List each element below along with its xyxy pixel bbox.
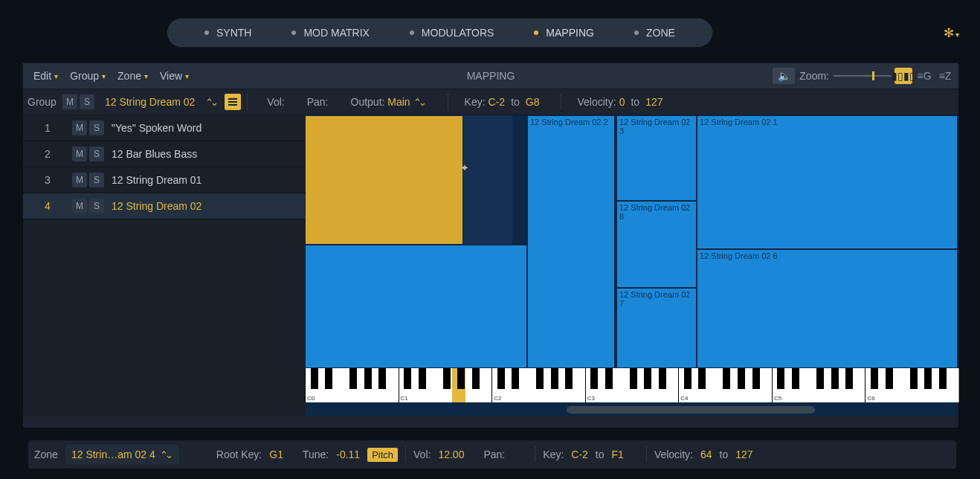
zone[interactable]: 12 String Dream 02 6 xyxy=(697,249,958,368)
vol-label: Vol: xyxy=(267,96,284,108)
pitch-button[interactable]: Pitch xyxy=(367,448,398,462)
view-menu[interactable]: View▾ xyxy=(154,70,195,82)
zone[interactable] xyxy=(305,245,527,368)
zoom-label: Zoom: xyxy=(799,70,829,82)
edit-menu[interactable]: Edit▾ xyxy=(28,70,64,82)
row-solo[interactable]: S xyxy=(89,173,104,187)
row-solo[interactable]: S xyxy=(89,199,104,213)
group-list-button[interactable] xyxy=(225,94,241,110)
group-row[interactable]: 3 MS 12 String Dream 01 xyxy=(23,167,305,193)
zone[interactable]: 12 String Dream 02 8 xyxy=(616,201,697,288)
panel-title: MAPPING xyxy=(467,70,515,82)
row-solo[interactable]: S xyxy=(89,147,104,161)
speaker-icon: 🔈 xyxy=(778,70,790,82)
group-row[interactable]: 2 MS 12 Bar Blues Bass xyxy=(23,141,305,167)
vel-high-field[interactable]: 127 xyxy=(645,96,663,108)
zone-map[interactable]: 12 String Dream 02 2 12 String Dream 02 … xyxy=(305,115,958,416)
key-low-field[interactable]: C-2 xyxy=(489,96,506,108)
output-stepper[interactable]: ⌃⌄ xyxy=(413,97,424,108)
pan-label: Pan: xyxy=(307,96,329,108)
zone-key-high[interactable]: F1 xyxy=(612,449,624,460)
group-stepper[interactable]: ⌃⌄ xyxy=(205,97,216,108)
chevron-down-icon: ▾ xyxy=(955,30,959,39)
tab-mod-matrix[interactable]: MOD MATRIX xyxy=(274,20,387,45)
view-keyboard-button[interactable]: ▮▯▮▯ xyxy=(894,68,912,84)
toolbar: Edit▾ Group▾ Zone▾ View▾ MAPPING 🔈 Zoom:… xyxy=(23,63,958,89)
settings-menu[interactable]: ✻▾ xyxy=(944,25,959,41)
vel-low-field[interactable]: 0 xyxy=(619,96,625,108)
gear-icon: ✻ xyxy=(944,26,954,40)
row-mute[interactable]: M xyxy=(72,120,87,135)
group-row[interactable]: 1 MS "Yes" Spoken Word xyxy=(23,115,305,141)
keyboard-icon: ▮▯▮▯ xyxy=(892,70,915,82)
output-select[interactable]: Main xyxy=(387,96,410,108)
tab-zone[interactable]: ZONE xyxy=(616,20,693,45)
tab-modulators[interactable]: MODULATORS xyxy=(392,20,512,45)
tune-field[interactable]: -0.11 xyxy=(336,449,360,460)
group-mute-button[interactable]: M xyxy=(62,94,77,109)
zone-vel-low[interactable]: 64 xyxy=(700,449,712,460)
tab-mapping[interactable]: MAPPING xyxy=(516,20,612,45)
zone[interactable]: 12 String Dream 02 7 xyxy=(616,288,697,368)
zone-vel-high[interactable]: 127 xyxy=(735,449,752,460)
row-solo[interactable]: S xyxy=(89,120,104,135)
zoom-control: Zoom: xyxy=(799,70,892,82)
view-zones-button[interactable]: ≡Z xyxy=(936,68,954,84)
keyboard-ruler[interactable]: C0C1C2C3C4C5C6 xyxy=(305,368,958,402)
zone-key-low[interactable]: C-2 xyxy=(571,449,588,460)
zone-selected[interactable] xyxy=(305,115,463,245)
view-groups-button[interactable]: ≡G xyxy=(915,68,933,84)
group-label: Group xyxy=(28,96,57,108)
group-name-select[interactable]: 12 String Dream 02 xyxy=(100,96,199,108)
zone[interactable]: 12 String Dream 02 2 xyxy=(527,115,615,368)
group-list: 1 MS "Yes" Spoken Word 2 MS 12 Bar Blues… xyxy=(23,115,305,416)
group-info-bar: Group M S 12 String Dream 02 ⌃⌄ Vol: Pan… xyxy=(23,89,958,115)
main-tabs: SYNTH MOD MATRIX MODULATORS MAPPING ZONE xyxy=(167,18,713,48)
root-key-field[interactable]: G1 xyxy=(269,449,283,460)
zone-name-select[interactable]: 12 Strin…am 02 4⌃⌄ xyxy=(65,445,179,464)
row-mute[interactable]: M xyxy=(72,173,87,187)
tab-synth[interactable]: SYNTH xyxy=(187,20,269,45)
key-high-field[interactable]: G8 xyxy=(526,96,540,108)
mapping-panel: Edit▾ Group▾ Zone▾ View▾ MAPPING 🔈 Zoom:… xyxy=(22,62,959,428)
zone[interactable]: 12 String Dream 02 3 xyxy=(616,115,697,201)
group-row-selected[interactable]: 4 MS 12 String Dream 02 xyxy=(23,193,305,219)
group-solo-button[interactable]: S xyxy=(80,94,94,109)
group-menu[interactable]: Group▾ xyxy=(64,70,112,82)
zone-info-bar: Zone 12 Strin…am 02 4⌃⌄ Root Key: G1 Tun… xyxy=(28,440,956,469)
row-mute[interactable]: M xyxy=(72,147,87,161)
zone-vol-field[interactable]: 12.00 xyxy=(438,449,464,460)
zoom-slider[interactable] xyxy=(834,75,892,77)
audition-button[interactable]: 🔈 xyxy=(773,68,795,84)
row-mute[interactable]: M xyxy=(72,199,87,213)
zone-menu[interactable]: Zone▾ xyxy=(112,70,154,82)
zone[interactable]: 12 String Dream 02 1 xyxy=(697,115,958,249)
horizontal-scrollbar[interactable] xyxy=(567,406,815,414)
